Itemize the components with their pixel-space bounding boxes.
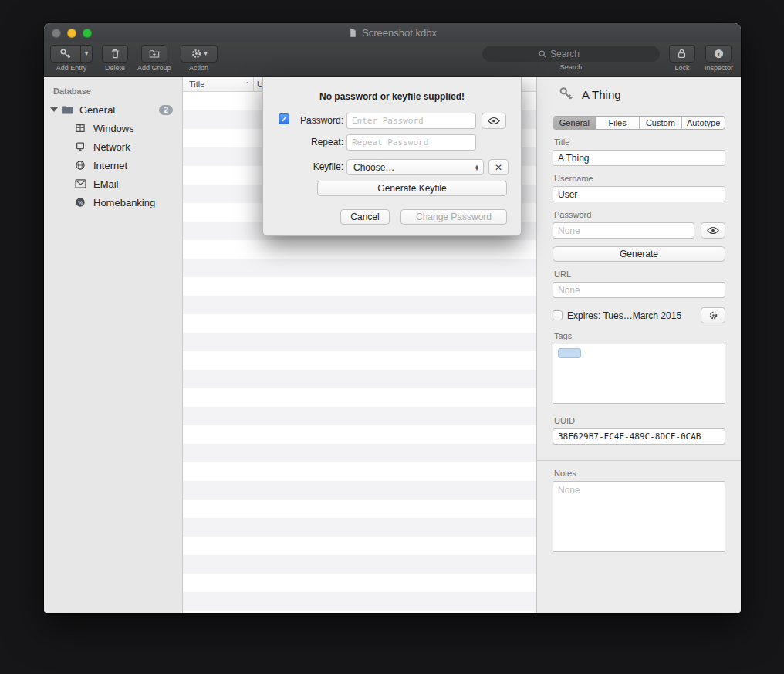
- add-entry-button[interactable]: [50, 45, 81, 63]
- key-icon: [59, 48, 72, 60]
- search-icon: [538, 49, 547, 59]
- sidebar-item-internet[interactable]: Internet: [44, 156, 182, 174]
- globe-icon: [75, 160, 88, 171]
- uuid-field[interactable]: [553, 428, 725, 445]
- action-button[interactable]: ▾: [181, 45, 218, 63]
- tab-files[interactable]: Files: [596, 117, 640, 129]
- password-input[interactable]: [346, 113, 476, 129]
- repeat-input[interactable]: [346, 134, 476, 151]
- toolbar: ▾ Add Entry Delete Add Group ▾ Action: [44, 42, 741, 77]
- add-group-button[interactable]: [141, 45, 167, 63]
- sidebar-item-label: Homebanking: [93, 197, 155, 208]
- tab-custom[interactable]: Custom: [640, 117, 683, 129]
- expires-checkbox[interactable]: [553, 310, 563, 320]
- lock-button[interactable]: [669, 45, 695, 63]
- zoom-button[interactable]: [83, 29, 92, 38]
- url-label: URL: [554, 269, 725, 279]
- gear-icon: [191, 48, 202, 59]
- folder-icon: [61, 104, 74, 116]
- tags-label: Tags: [554, 331, 725, 340]
- minimize-button[interactable]: [67, 29, 76, 38]
- popup-arrows-icon: ▲▼: [475, 164, 479, 171]
- sidebar-item-email[interactable]: EMail: [44, 174, 182, 193]
- key-icon: [559, 86, 574, 102]
- titlebar: Screenshot.kdbx: [44, 23, 741, 42]
- notes-field[interactable]: [553, 481, 725, 552]
- inspector-item: i Inspector: [705, 45, 733, 72]
- uuid-label: UUID: [554, 416, 725, 425]
- document-icon: [348, 28, 358, 38]
- column-header-title[interactable]: Title ⌃: [183, 77, 254, 91]
- lock-label: Lock: [674, 64, 689, 72]
- chevron-down-icon: ▾: [204, 50, 208, 57]
- password-change-sheet: No password or keyfile supplied! ✓ Passw…: [262, 77, 522, 236]
- password-label: Password: [554, 210, 725, 219]
- traffic-lights: [52, 29, 92, 38]
- tags-box[interactable]: [553, 344, 725, 404]
- tag-chip[interactable]: [558, 348, 581, 358]
- expires-row: Expires: Tues…March 2015: [553, 307, 725, 323]
- close-button[interactable]: [52, 29, 61, 38]
- expires-settings-button[interactable]: [701, 307, 725, 323]
- title-field[interactable]: [553, 150, 725, 166]
- entry-count-badge: 2: [159, 105, 173, 115]
- keyfile-popup[interactable]: Choose… ▲▼: [346, 159, 484, 175]
- action-item: ▾ Action: [181, 45, 218, 72]
- url-field[interactable]: [553, 282, 725, 298]
- divider: [537, 460, 741, 461]
- cancel-button[interactable]: Cancel: [340, 209, 390, 225]
- delete-label: Delete: [105, 64, 125, 72]
- trash-icon: [110, 48, 121, 59]
- clear-keyfile-button[interactable]: ✕: [488, 159, 509, 175]
- password-label: Password:: [291, 115, 343, 126]
- action-label: Action: [189, 64, 208, 72]
- sidebar-item-homebanking[interactable]: % Homebanking: [44, 193, 182, 212]
- delete-item: Delete: [102, 45, 128, 72]
- sidebar-item-label: Windows: [93, 123, 134, 134]
- add-entry-label: Add Entry: [56, 64, 87, 72]
- window-title-area: Screenshot.kdbx: [44, 27, 741, 39]
- disclosure-triangle-icon[interactable]: [50, 107, 58, 112]
- generate-keyfile-button[interactable]: Generate Keyfile: [317, 181, 507, 196]
- change-password-button[interactable]: Change Password: [400, 209, 507, 225]
- password-field[interactable]: [553, 222, 694, 239]
- password-checkbox[interactable]: ✓: [279, 113, 289, 124]
- sidebar-item-windows[interactable]: Windows: [44, 119, 182, 137]
- sidebar-header: Database: [44, 83, 182, 100]
- reveal-password-button[interactable]: [701, 222, 725, 239]
- close-x-icon: ✕: [495, 162, 502, 173]
- tab-autotype[interactable]: Autotype: [682, 117, 725, 129]
- mail-icon: [75, 178, 88, 190]
- delete-button[interactable]: [102, 45, 128, 63]
- gear-icon: [708, 310, 718, 320]
- username-field[interactable]: [553, 186, 725, 202]
- title-label: Title: [554, 137, 725, 147]
- inspector-tabs: General Files Custom Autotype: [553, 116, 725, 130]
- username-label: Username: [554, 174, 725, 183]
- add-group-label: Add Group: [137, 64, 171, 72]
- generate-password-button[interactable]: Generate: [553, 246, 725, 262]
- sidebar-item-network[interactable]: Network: [44, 137, 182, 156]
- sidebar: Database General 2 Windows Network: [44, 77, 183, 613]
- windows-icon: [75, 123, 88, 134]
- search-field[interactable]: [482, 46, 660, 62]
- lock-icon: [676, 48, 688, 59]
- sort-ascending-icon: ⌃: [245, 81, 250, 88]
- eye-icon: [488, 117, 500, 125]
- inspector-label: Inspector: [705, 64, 733, 72]
- tab-general[interactable]: General: [553, 117, 596, 129]
- keyfile-label: Keyfile:: [291, 161, 343, 172]
- inspector-panel: A Thing General Files Custom Autotype Ti…: [536, 77, 741, 613]
- search-label: Search: [560, 63, 583, 71]
- folder-plus-icon: [148, 48, 161, 59]
- add-entry-dropdown[interactable]: ▾: [81, 45, 93, 63]
- search-input[interactable]: [550, 49, 604, 59]
- sidebar-item-label: EMail: [93, 178, 119, 190]
- entry-header: A Thing: [559, 86, 725, 102]
- sidebar-item-label: General: [79, 104, 115, 116]
- sidebar-item-general[interactable]: General 2: [44, 100, 182, 119]
- inspector-button[interactable]: i: [705, 45, 732, 63]
- reveal-password-button[interactable]: [482, 113, 506, 129]
- sidebar-item-label: Internet: [93, 160, 127, 171]
- repeat-label: Repeat:: [291, 137, 343, 147]
